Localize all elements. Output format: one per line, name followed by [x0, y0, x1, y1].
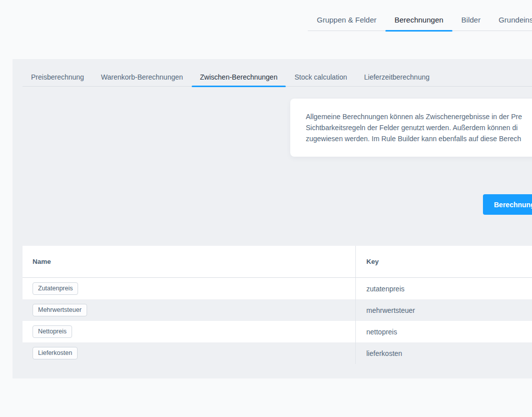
table-row[interactable]: Zutatenpreis zutatenpreis [23, 278, 532, 299]
tab-preisberechnung[interactable]: Preisberechnung [23, 73, 93, 86]
info-card-line: Allgemeine Berechnungen können als Zwisc… [306, 111, 532, 122]
name-badge[interactable]: Zutatenpreis [33, 282, 78, 295]
info-card-line: zugewiesen werden. Im Rule Builder kann … [306, 133, 532, 144]
name-badge[interactable]: Nettopreis [33, 325, 72, 338]
info-card: Allgemeine Berechnungen können als Zwisc… [290, 99, 532, 157]
tab-lieferzeitberechnung[interactable]: Lieferzeitberechnung [355, 73, 438, 86]
tab-gruppen-felder[interactable]: Gruppen & Felder [308, 16, 385, 31]
column-header-name[interactable]: Name [23, 246, 356, 277]
name-badge[interactable]: Mehrwertsteuer [33, 304, 87, 316]
key-cell: zutatenpreis [356, 278, 532, 299]
info-card-line: Sichtbarkeitsregeln der Felder genutzt w… [306, 122, 532, 133]
main-tab-bar: Gruppen & Felder Berechnungen Bilder Gru… [308, 0, 532, 31]
key-cell: lieferkosten [356, 342, 532, 364]
tab-warenkorb-berechnungen[interactable]: Warenkorb-Berechnungen [93, 73, 192, 86]
table-header-row: Name Key [23, 246, 532, 278]
table-row[interactable]: Mehrwertsteuer mehrwertsteuer [23, 299, 532, 321]
tab-berechnungen[interactable]: Berechnungen [385, 16, 452, 31]
column-header-key[interactable]: Key [356, 246, 532, 277]
table-row[interactable]: Lieferkosten lieferkosten [23, 342, 532, 364]
key-cell: mehrwertsteuer [356, 299, 532, 321]
tab-zwischen-berechnungen[interactable]: Zwischen-Berechnungen [192, 73, 286, 86]
name-cell: Nettopreis [23, 321, 356, 342]
key-cell: nettopreis [356, 321, 532, 342]
settings-page: Gruppen & Felder Berechnungen Bilder Gru… [0, 0, 532, 417]
tab-stock-calculation[interactable]: Stock calculation [286, 73, 355, 86]
name-badge[interactable]: Lieferkosten [33, 347, 78, 359]
berechnungen-panel: Preisberechnung Warenkorb-Berechnungen Z… [13, 59, 532, 378]
table-row[interactable]: Nettopreis nettopreis [23, 321, 532, 342]
tab-grundeinstellungen[interactable]: Grundeinste [489, 16, 532, 31]
name-cell: Lieferkosten [23, 342, 356, 364]
name-cell: Mehrwertsteuer [23, 299, 356, 321]
calculations-table: Name Key Zutatenpreis zutatenpreis Mehrw… [23, 246, 532, 364]
name-cell: Zutatenpreis [23, 278, 356, 299]
calculation-tab-bar: Preisberechnung Warenkorb-Berechnungen Z… [23, 59, 532, 87]
add-berechnung-button[interactable]: Berechnung [483, 194, 532, 215]
tab-bilder[interactable]: Bilder [452, 16, 489, 31]
